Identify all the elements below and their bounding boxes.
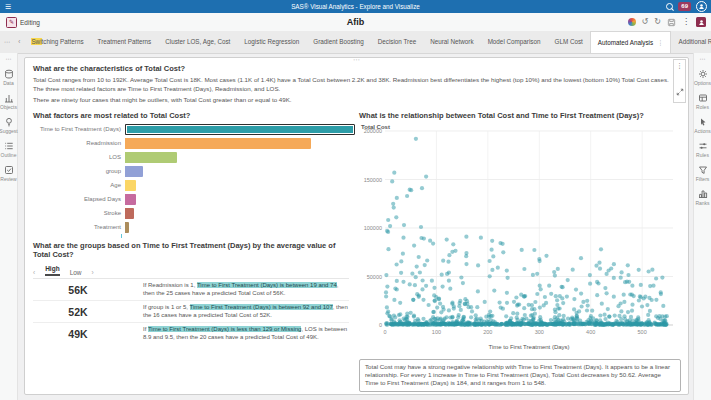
rule-row[interactable]: 56KIf Readmission is 1, Time to First Tr… <box>33 279 349 301</box>
groups-tab-low[interactable]: Low <box>70 269 82 276</box>
groups-prev-icon[interactable]: ‹ <box>33 269 35 276</box>
factor-row-elapsed-days: Elapsed Days <box>33 192 355 206</box>
sidebar-item-review[interactable]: Review <box>0 165 17 182</box>
tab-scroll-left-icon[interactable]: ‹ <box>14 31 24 53</box>
sidebar-item-label: Rules <box>696 152 709 158</box>
app-bar: ☰ SAS® Visual Analytics - Explore and Vi… <box>0 0 711 13</box>
factor-bar-time-to-first-treatment-days[interactable] <box>125 124 355 135</box>
rule-text: If Readmission is 1, Time to First Treat… <box>143 282 349 297</box>
sidebar-item-roles[interactable]: Roles <box>694 93 711 110</box>
tab-menu-icon[interactable]: ⋮ <box>657 39 663 46</box>
factors-bar-chart[interactable]: Time to First Treatment (Days)Readmissio… <box>33 122 355 234</box>
sidebar-item-data[interactable]: Data <box>0 69 17 86</box>
more-options-icon[interactable]: ⋮ <box>682 17 690 27</box>
object-drag-handle-icon[interactable]: ⋯ <box>353 56 360 64</box>
sidebar-item-rules[interactable]: Rules <box>694 141 711 158</box>
sidebar-item-ranks[interactable]: Ranks <box>694 189 711 206</box>
review-icon <box>4 165 14 175</box>
scatter-points[interactable] <box>384 137 669 327</box>
sidebar-item-objects[interactable]: Objects <box>0 93 17 110</box>
factor-row-time-to-first-treatment-days: Time to First Treatment (Days) <box>33 122 355 136</box>
app-title: SAS® Visual Analytics - Explore and Visu… <box>0 0 711 13</box>
factor-label: Stroke <box>33 210 125 216</box>
bar-axis-tick <box>121 234 122 238</box>
search-highlight: Swi <box>31 38 41 45</box>
theme-palette-icon[interactable] <box>628 18 636 26</box>
tab-neural-network[interactable]: Neural Network <box>423 31 480 53</box>
data-icon <box>4 69 14 79</box>
scatter-plot[interactable]: Total Cost050000100000150000200000010020… <box>359 121 681 353</box>
ranks-icon <box>698 189 708 199</box>
svg-text:0: 0 <box>379 322 382 328</box>
factor-bar-los[interactable] <box>125 152 177 163</box>
tab-glm-cost[interactable]: GLM Cost <box>547 31 589 53</box>
svg-text:0: 0 <box>383 329 386 335</box>
factor-label: group <box>33 168 125 174</box>
groups-tab-bar: ‹ High Low › <box>33 265 94 276</box>
groups-tab-high[interactable]: High <box>45 265 59 276</box>
rail-overflow-icon[interactable]: ⋯ <box>694 55 711 62</box>
factor-bar-elapsed-days[interactable] <box>125 194 136 205</box>
tab-treatment-patterns[interactable]: Treatment Patterns <box>91 31 159 53</box>
automated-analysis-object[interactable]: ⋯ ⋮ What are the characteristics of Tota… <box>24 57 689 395</box>
groups-next-icon[interactable]: › <box>92 269 94 276</box>
search-icon[interactable] <box>666 3 673 10</box>
suggest-icon <box>4 117 14 127</box>
left-sidebar: ⋯DataObjectsSuggestOutlineReview <box>0 53 18 400</box>
question-factors: What factors are most related to Total C… <box>33 111 190 120</box>
tab-cluster-los-age-cost[interactable]: Cluster LOS, Age, Cost <box>158 31 237 53</box>
undo-icon[interactable]: ↺ <box>642 17 649 27</box>
svg-text:300: 300 <box>535 329 544 335</box>
factor-label: Treatment <box>33 224 125 230</box>
sidebar-item-label: Ranks <box>695 200 709 206</box>
maximize-icon[interactable] <box>676 82 684 100</box>
tab-gradient-boosting[interactable]: Gradient Boosting <box>306 31 370 53</box>
svg-text:50000: 50000 <box>367 274 382 280</box>
factor-bar-age[interactable] <box>125 180 136 191</box>
profile-icon[interactable] <box>696 17 706 27</box>
filters-icon <box>698 165 708 175</box>
sidebar-item-suggest[interactable]: Suggest <box>0 117 17 134</box>
notification-badge[interactable]: 69 <box>678 2 691 11</box>
tab-switching-patterns[interactable]: Switching Patterns <box>24 31 90 53</box>
rule-predicted-value: 56K <box>33 282 123 297</box>
rule-text: If group is 1 or 5, Time to First Treatm… <box>143 304 349 319</box>
page-tab-bar: ⋯ ‹ Switching PatternsTreatment Patterns… <box>0 31 711 54</box>
tab-model-comparison[interactable]: Model Comparison <box>481 31 548 53</box>
roles-icon <box>698 93 708 103</box>
tab-automated-analysis[interactable]: Automated Analysis⋮ <box>590 31 672 53</box>
sidebar-item-options[interactable]: Options <box>694 69 711 86</box>
rail-overflow-icon[interactable]: ⋯ <box>0 55 17 62</box>
object-menu-icon[interactable]: ⋮ <box>676 62 683 70</box>
sidebar-item-outline[interactable]: Outline <box>0 141 17 158</box>
tab-logistic-regression[interactable]: Logistic Regression <box>237 31 306 53</box>
characteristics-summary: Total Cost ranges from 10 to 192K. Avera… <box>33 76 673 93</box>
factor-bar-readmission[interactable] <box>125 138 311 149</box>
tab-decision-tree[interactable]: Decision Tree <box>371 31 424 53</box>
factor-label: Age <box>33 182 125 188</box>
rule-predicted-value: 49K <box>33 326 123 341</box>
factor-bar-stroke[interactable] <box>125 208 134 219</box>
sidebar-item-label: Outline <box>1 152 17 158</box>
svg-text:150000: 150000 <box>364 177 382 183</box>
rule-row[interactable]: 49KIf Time to First Treatment (Days) is … <box>33 323 349 344</box>
factor-bar-group[interactable] <box>125 166 143 177</box>
save-icon[interactable] <box>667 13 676 31</box>
redo-icon[interactable]: ↻ <box>654 17 661 27</box>
scatter-svg: Total Cost050000100000150000200000010020… <box>359 121 681 353</box>
svg-text:200: 200 <box>483 329 492 335</box>
rule-condition-highlight: Time to First Treatment (Days) is betwee… <box>190 304 333 310</box>
user-avatar-icon[interactable] <box>696 1 707 12</box>
svg-text:100000: 100000 <box>364 225 382 231</box>
factor-bar-treatment[interactable] <box>125 222 129 233</box>
tab-overflow-left-icon[interactable]: ⋯ <box>0 31 14 53</box>
report-toolbar: ✎ Editing Afib ↺ ↻ ⋮ <box>0 13 711 31</box>
actions-icon <box>698 117 708 127</box>
sidebar-item-filters[interactable]: Filters <box>694 165 711 182</box>
object-toolbar: ⋮ <box>673 59 686 103</box>
sidebar-item-actions[interactable]: Actions <box>694 117 711 134</box>
factor-label: Readmission <box>33 140 125 146</box>
tab-additional-reports[interactable]: Additional Reports <box>671 31 711 53</box>
rule-row[interactable]: 52KIf group is 1 or 5, Time to First Tre… <box>33 301 349 323</box>
sidebar-item-label: Roles <box>696 104 709 110</box>
